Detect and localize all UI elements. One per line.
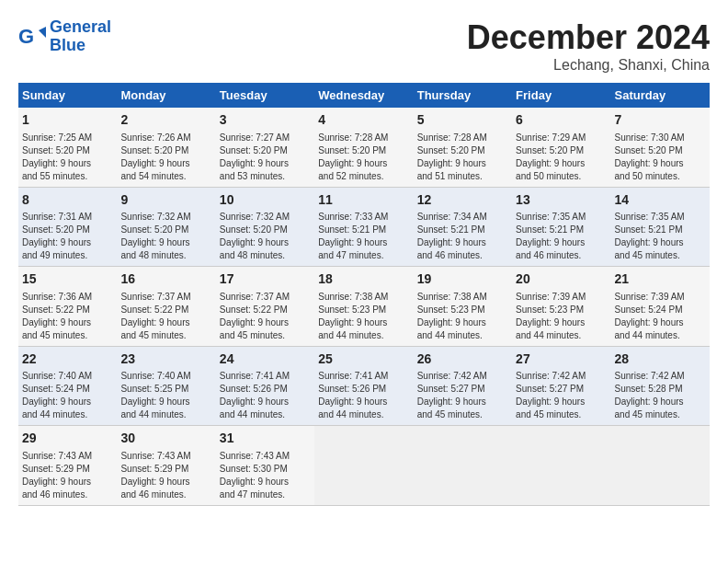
month-title: December 2024 <box>467 18 710 57</box>
calendar-cell: 8Sunrise: 7:31 AMSunset: 5:20 PMDaylight… <box>18 187 117 267</box>
calendar-cell: 12Sunrise: 7:34 AMSunset: 5:21 PMDayligh… <box>414 187 512 267</box>
calendar-cell: 7Sunrise: 7:30 AMSunset: 5:20 PMDaylight… <box>611 108 710 187</box>
day-info: Sunrise: 7:39 AMSunset: 5:24 PMDaylight:… <box>615 291 706 342</box>
day-number: 21 <box>615 270 706 289</box>
calendar-cell: 13Sunrise: 7:35 AMSunset: 5:21 PMDayligh… <box>512 187 610 267</box>
calendar-cell: 21Sunrise: 7:39 AMSunset: 5:24 PMDayligh… <box>611 267 710 347</box>
calendar-cell: 24Sunrise: 7:41 AMSunset: 5:26 PMDayligh… <box>216 346 314 426</box>
title-block: December 2024 Lechang, Shanxi, China <box>467 18 710 74</box>
day-number: 31 <box>220 430 311 448</box>
weekday-header: Saturday <box>611 83 710 108</box>
day-number: 22 <box>22 350 113 369</box>
day-number: 17 <box>220 270 311 289</box>
day-info: Sunrise: 7:41 AMSunset: 5:26 PMDaylight:… <box>318 370 409 421</box>
calendar-cell: 1Sunrise: 7:25 AMSunset: 5:20 PMDaylight… <box>18 108 117 187</box>
day-info: Sunrise: 7:34 AMSunset: 5:21 PMDaylight:… <box>417 211 508 262</box>
day-info: Sunrise: 7:27 AMSunset: 5:20 PMDaylight:… <box>220 132 311 183</box>
day-info: Sunrise: 7:26 AMSunset: 5:20 PMDaylight:… <box>120 132 211 183</box>
day-info: Sunrise: 7:43 AMSunset: 5:29 PMDaylight:… <box>22 450 113 501</box>
calendar-cell: 15Sunrise: 7:36 AMSunset: 5:22 PMDayligh… <box>18 267 117 347</box>
calendar-cell: 29Sunrise: 7:43 AMSunset: 5:29 PMDayligh… <box>18 426 117 506</box>
day-info: Sunrise: 7:33 AMSunset: 5:21 PMDaylight:… <box>318 211 409 262</box>
day-number: 13 <box>516 191 607 210</box>
day-number: 18 <box>318 270 409 289</box>
day-number: 27 <box>516 350 607 369</box>
calendar-week-row: 22Sunrise: 7:40 AMSunset: 5:24 PMDayligh… <box>18 346 710 426</box>
weekday-header: Wednesday <box>314 83 413 108</box>
day-number: 6 <box>516 111 607 130</box>
day-number: 28 <box>615 350 706 369</box>
weekday-header: Sunday <box>18 83 117 108</box>
calendar-cell: 22Sunrise: 7:40 AMSunset: 5:24 PMDayligh… <box>18 346 117 426</box>
day-info: Sunrise: 7:38 AMSunset: 5:23 PMDaylight:… <box>417 291 508 342</box>
day-info: Sunrise: 7:36 AMSunset: 5:22 PMDaylight:… <box>22 291 113 342</box>
day-info: Sunrise: 7:32 AMSunset: 5:20 PMDaylight:… <box>120 211 211 262</box>
calendar-cell: 10Sunrise: 7:32 AMSunset: 5:20 PMDayligh… <box>216 187 314 267</box>
logo-line1: General <box>50 17 111 36</box>
logo: G General Blue <box>18 18 111 55</box>
calendar-cell: 3Sunrise: 7:27 AMSunset: 5:20 PMDaylight… <box>216 108 314 187</box>
calendar-cell: 25Sunrise: 7:41 AMSunset: 5:26 PMDayligh… <box>314 346 413 426</box>
day-info: Sunrise: 7:30 AMSunset: 5:20 PMDaylight:… <box>615 132 706 183</box>
day-number: 16 <box>120 270 211 289</box>
day-number: 25 <box>318 350 409 369</box>
day-number: 12 <box>417 191 508 210</box>
day-number: 24 <box>220 350 311 369</box>
calendar-cell <box>314 426 413 506</box>
calendar-cell: 23Sunrise: 7:40 AMSunset: 5:25 PMDayligh… <box>117 346 215 426</box>
day-info: Sunrise: 7:39 AMSunset: 5:23 PMDaylight:… <box>516 291 607 342</box>
calendar-week-row: 29Sunrise: 7:43 AMSunset: 5:29 PMDayligh… <box>18 426 710 506</box>
weekday-header: Thursday <box>414 83 512 108</box>
calendar-cell: 18Sunrise: 7:38 AMSunset: 5:23 PMDayligh… <box>314 267 413 347</box>
day-info: Sunrise: 7:35 AMSunset: 5:21 PMDaylight:… <box>615 211 706 262</box>
day-info: Sunrise: 7:38 AMSunset: 5:23 PMDaylight:… <box>318 291 409 342</box>
svg-text:G: G <box>18 25 34 48</box>
calendar-cell: 16Sunrise: 7:37 AMSunset: 5:22 PMDayligh… <box>117 267 215 347</box>
day-info: Sunrise: 7:40 AMSunset: 5:25 PMDaylight:… <box>120 370 211 421</box>
weekday-header: Monday <box>117 83 215 108</box>
day-info: Sunrise: 7:40 AMSunset: 5:24 PMDaylight:… <box>22 370 113 421</box>
day-info: Sunrise: 7:28 AMSunset: 5:20 PMDaylight:… <box>318 132 409 183</box>
day-number: 4 <box>318 111 409 130</box>
calendar-header: SundayMondayTuesdayWednesdayThursdayFrid… <box>18 83 710 108</box>
calendar-week-row: 1Sunrise: 7:25 AMSunset: 5:20 PMDaylight… <box>18 108 710 187</box>
day-number: 11 <box>318 191 409 210</box>
calendar-cell: 28Sunrise: 7:42 AMSunset: 5:28 PMDayligh… <box>611 346 710 426</box>
calendar-cell <box>512 426 610 506</box>
day-info: Sunrise: 7:37 AMSunset: 5:22 PMDaylight:… <box>220 291 311 342</box>
calendar-cell: 19Sunrise: 7:38 AMSunset: 5:23 PMDayligh… <box>414 267 512 347</box>
day-number: 14 <box>615 191 706 210</box>
calendar-cell: 17Sunrise: 7:37 AMSunset: 5:22 PMDayligh… <box>216 267 314 347</box>
calendar-week-row: 15Sunrise: 7:36 AMSunset: 5:22 PMDayligh… <box>18 267 710 347</box>
weekday-header: Friday <box>512 83 610 108</box>
calendar-cell <box>611 426 710 506</box>
day-number: 7 <box>615 111 706 130</box>
day-info: Sunrise: 7:43 AMSunset: 5:30 PMDaylight:… <box>220 450 311 501</box>
calendar-week-row: 8Sunrise: 7:31 AMSunset: 5:20 PMDaylight… <box>18 187 710 267</box>
day-number: 23 <box>120 350 211 369</box>
calendar-cell: 9Sunrise: 7:32 AMSunset: 5:20 PMDaylight… <box>117 187 215 267</box>
day-number: 1 <box>22 111 113 130</box>
page-header: G General Blue December 2024 Lechang, Sh… <box>18 18 710 74</box>
logo-line2: Blue <box>50 36 85 54</box>
logo-text: General Blue <box>50 18 111 55</box>
calendar-cell: 27Sunrise: 7:42 AMSunset: 5:27 PMDayligh… <box>512 346 610 426</box>
calendar-cell: 6Sunrise: 7:29 AMSunset: 5:20 PMDaylight… <box>512 108 610 187</box>
day-number: 2 <box>120 111 211 130</box>
calendar-cell: 14Sunrise: 7:35 AMSunset: 5:21 PMDayligh… <box>611 187 710 267</box>
day-info: Sunrise: 7:25 AMSunset: 5:20 PMDaylight:… <box>22 132 113 183</box>
svg-marker-1 <box>39 27 46 38</box>
day-info: Sunrise: 7:32 AMSunset: 5:20 PMDaylight:… <box>220 211 311 262</box>
calendar-cell: 5Sunrise: 7:28 AMSunset: 5:20 PMDaylight… <box>414 108 512 187</box>
calendar-cell: 26Sunrise: 7:42 AMSunset: 5:27 PMDayligh… <box>414 346 512 426</box>
calendar-cell: 30Sunrise: 7:43 AMSunset: 5:29 PMDayligh… <box>117 426 215 506</box>
day-info: Sunrise: 7:41 AMSunset: 5:26 PMDaylight:… <box>220 370 311 421</box>
day-number: 3 <box>220 111 311 130</box>
location-title: Lechang, Shanxi, China <box>467 57 710 74</box>
day-number: 29 <box>22 430 113 448</box>
day-number: 26 <box>417 350 508 369</box>
day-number: 15 <box>22 270 113 289</box>
day-info: Sunrise: 7:29 AMSunset: 5:20 PMDaylight:… <box>516 132 607 183</box>
calendar-cell: 4Sunrise: 7:28 AMSunset: 5:20 PMDaylight… <box>314 108 413 187</box>
day-number: 20 <box>516 270 607 289</box>
